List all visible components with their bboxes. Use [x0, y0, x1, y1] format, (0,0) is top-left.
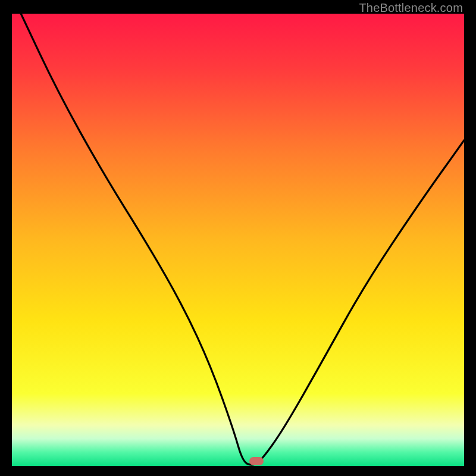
chart-frame: TheBottleneck.com [0, 0, 476, 476]
plot-area [12, 14, 464, 466]
optimum-marker [249, 457, 264, 465]
watermark-text: TheBottleneck.com [359, 1, 463, 15]
bottleneck-curve [12, 14, 464, 466]
